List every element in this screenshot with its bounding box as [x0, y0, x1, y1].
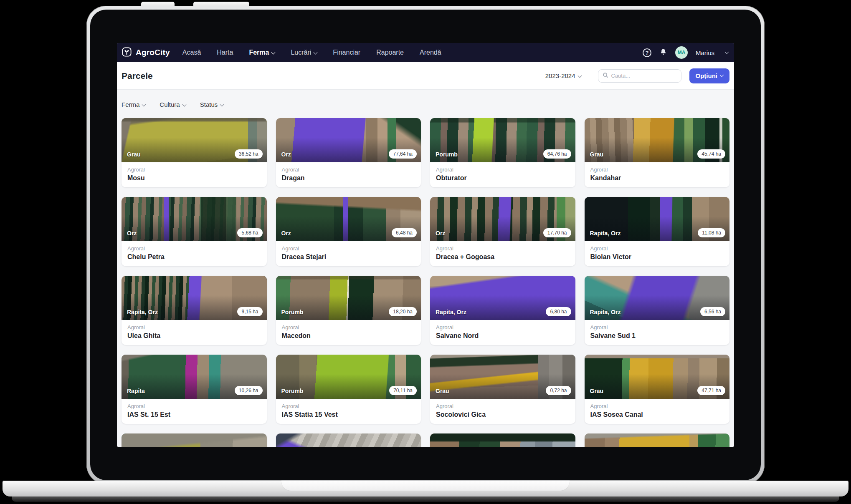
crop-label: Porumb [281, 388, 304, 394]
area-badge: 70,11 ha [389, 386, 417, 395]
laptop-lid: AgroCity AcasăHartaFermaLucrăriFinanciar… [86, 6, 765, 484]
user-menu-chevron-icon[interactable] [725, 50, 729, 54]
crop-label: Orz [281, 230, 291, 237]
parcel-card-partial[interactable] [585, 433, 730, 447]
filters-row: FermaCulturaStatus [122, 98, 729, 110]
parcel-card-dracea-gogoasa[interactable]: Orz17,70 haAgroralDracea + Gogoasa [430, 197, 575, 266]
laptop-mockup: AgroCity AcasăHartaFermaLucrăriFinanciar… [0, 0, 851, 504]
parcel-card-partial[interactable] [276, 433, 421, 447]
parcel-card-mosu[interactable]: Grau36,52 haAgroralMosu [122, 118, 267, 187]
crop-label: Rapita, Orz [127, 309, 158, 315]
options-button[interactable]: Opțiuni [689, 68, 730, 83]
parcel-name: Biolan Victor [590, 253, 724, 261]
nav-item-ferma[interactable]: Ferma [249, 49, 275, 56]
parcel-card-saivane-nord[interactable]: Rapita, Orz6,80 haAgroralSaivane Nord [430, 276, 575, 345]
parcel-satellite-image: Rapita, Orz9,15 ha [122, 276, 267, 320]
nav-item-lucrari[interactable]: Lucrări [291, 49, 317, 56]
parcel-name: Mosu [127, 174, 261, 182]
parcel-name: Dracea + Gogoasa [436, 253, 570, 261]
chevron-down-icon [314, 50, 318, 55]
nav-items: AcasăHartaFermaLucrăriFinanciarRapoarteA… [182, 49, 441, 56]
parcel-card-ias-statia-15-vest[interactable]: Porumb70,11 haAgroralIAS Statia 15 Vest [276, 355, 421, 424]
crop-label: Grau [590, 151, 604, 158]
parcel-name: IAS Sosea Canal [590, 411, 724, 418]
filter-cultura[interactable]: Cultura [160, 101, 185, 108]
app-screen: AgroCity AcasăHartaFermaLucrăriFinanciar… [117, 43, 734, 447]
owner-label: Agroral [282, 245, 415, 252]
parcels-grid: Grau36,52 haAgroralMosuOrz77,64 haAgrora… [122, 118, 729, 447]
filter-status[interactable]: Status [200, 101, 224, 108]
parcel-caption: AgroralChelu Petra [122, 241, 267, 266]
owner-label: Agroral [282, 166, 415, 173]
parcel-satellite-image: Orz77,64 ha [276, 118, 421, 162]
brand[interactable]: AgroCity [122, 47, 170, 59]
nav-item-arenda[interactable]: Arendă [420, 49, 441, 56]
brand-name: AgroCity [136, 48, 170, 57]
crop-label: Orz [436, 230, 445, 237]
crop-label: Orz [127, 230, 137, 237]
parcel-card-ulea-ghita[interactable]: Rapita, Orz9,15 haAgroralUlea Ghita [122, 276, 267, 345]
area-badge: 64,76 ha [543, 149, 571, 159]
area-badge: 0,72 ha [546, 386, 571, 395]
help-icon[interactable]: ? [643, 48, 651, 57]
parcel-card-partial[interactable] [430, 433, 575, 447]
page-title: Parcele [122, 71, 153, 81]
nav-item-rapoarte[interactable]: Rapoarte [376, 49, 404, 56]
owner-label: Agroral [127, 403, 261, 409]
parcel-name: Dracea Stejari [282, 253, 415, 261]
search-input[interactable] [611, 73, 677, 79]
parcel-satellite-image: Orz6,48 ha [276, 197, 421, 241]
parcel-card-dracea-stejari[interactable]: Orz6,48 haAgroralDracea Stejari [276, 197, 421, 266]
nav-item-financiar[interactable]: Financiar [333, 49, 360, 56]
nav-right: ? MA Marius [643, 46, 728, 59]
avatar[interactable]: MA [675, 46, 688, 59]
parcel-name: IAS St. 15 Est [127, 411, 261, 418]
parcel-name: Dragan [282, 174, 415, 182]
parcel-card-ias-st-15-est[interactable]: Rapita10,26 haAgroralIAS St. 15 Est [122, 355, 267, 424]
parcel-caption: AgroralDracea Stejari [276, 241, 421, 266]
crop-label: Rapita, Orz [436, 309, 466, 315]
bell-icon[interactable] [659, 48, 667, 58]
season-select[interactable]: 2023-2024 [545, 72, 581, 79]
owner-label: Agroral [590, 166, 724, 173]
filter-label: Cultura [160, 101, 180, 108]
chevron-down-icon [182, 102, 186, 106]
parcel-card-dragan[interactable]: Orz77,64 haAgroralDragan [276, 118, 421, 187]
user-name[interactable]: Marius [696, 49, 714, 56]
parcel-satellite-image: Orz5,68 ha [122, 197, 267, 241]
owner-label: Agroral [282, 324, 415, 330]
parcel-card-partial[interactable] [122, 433, 267, 447]
parcel-card-saivane-sud-1[interactable]: Rapita, Orz6,56 haAgroralSaivane Sud 1 [585, 276, 730, 345]
chevron-down-icon [720, 73, 724, 77]
nav-item-acasa[interactable]: Acasă [182, 49, 201, 56]
area-badge: 6,80 ha [546, 307, 571, 316]
parcel-satellite-image [430, 433, 575, 447]
filter-ferma[interactable]: Ferma [122, 101, 145, 108]
owner-label: Agroral [127, 324, 261, 330]
parcel-caption: AgroralBiolan Victor [585, 241, 730, 266]
top-navbar: AgroCity AcasăHartaFermaLucrăriFinanciar… [117, 43, 734, 62]
parcel-card-obturator[interactable]: Porumb64,76 haAgroralObturator [430, 118, 575, 187]
crop-label: Porumb [436, 151, 458, 158]
crop-label: Rapita, Orz [590, 230, 621, 237]
parcel-card-kandahar[interactable]: Grau45,74 haAgroralKandahar [585, 118, 730, 187]
parcel-name: Ulea Ghita [127, 332, 261, 340]
parcel-card-biolan-victor[interactable]: Rapita, Orz11,08 haAgroralBiolan Victor [585, 197, 730, 266]
parcel-card-chelu-petra[interactable]: Orz5,68 haAgroralChelu Petra [122, 197, 267, 266]
parcel-satellite-image: Rapita, Orz6,80 ha [430, 276, 575, 320]
chevron-down-icon [220, 102, 224, 106]
owner-label: Agroral [282, 403, 415, 409]
parcel-satellite-image: Orz17,70 ha [430, 197, 575, 241]
parcel-caption: AgroralMosu [122, 162, 267, 187]
crop-label: Porumb [281, 309, 304, 315]
parcel-card-ias-sosea-canal[interactable]: Grau47,71 haAgroralIAS Sosea Canal [585, 355, 730, 424]
nav-item-label: Arendă [420, 49, 441, 56]
nav-item-harta[interactable]: Harta [217, 49, 233, 56]
parcel-name: Socolovici Gica [436, 411, 570, 418]
laptop-bezel: AgroCity AcasăHartaFermaLucrăriFinanciar… [90, 10, 761, 480]
parcel-name: Saivane Nord [436, 332, 570, 340]
area-badge: 47,71 ha [697, 386, 725, 395]
parcel-caption: AgroralDragan [276, 162, 421, 187]
parcel-card-macedon[interactable]: Porumb18,20 haAgroralMacedon [276, 276, 421, 345]
parcel-card-socolovici-gica[interactable]: Grau0,72 haAgroralSocolovici Gica [430, 355, 575, 424]
